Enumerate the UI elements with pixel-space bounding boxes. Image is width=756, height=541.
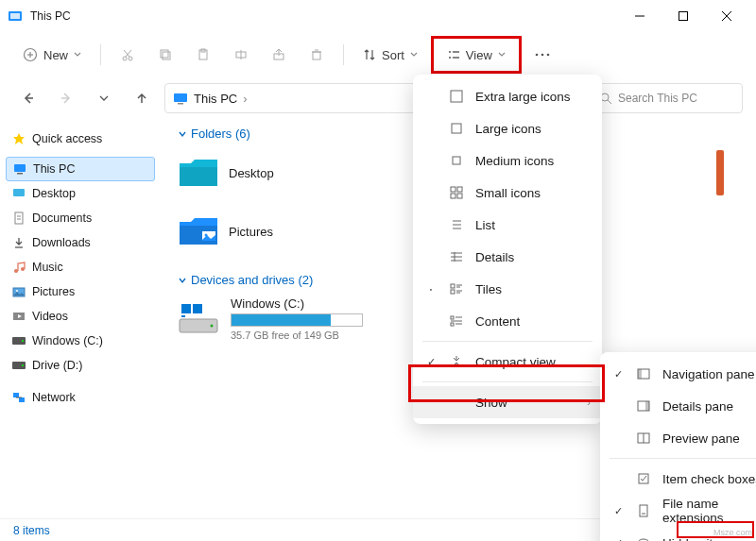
minimize-button[interactable] <box>618 0 662 32</box>
menu-details-pane[interactable]: Details pane <box>600 390 756 422</box>
svg-rect-79 <box>451 290 455 294</box>
svg-point-9 <box>123 57 127 60</box>
menu-compact-view[interactable]: ✓Compact view <box>413 346 602 378</box>
svg-rect-52 <box>13 393 19 397</box>
svg-point-29 <box>547 54 550 57</box>
sidebar-drive-d[interactable]: Drive (D:) <box>6 353 155 378</box>
recent-button[interactable] <box>89 83 119 113</box>
svg-rect-66 <box>457 187 462 192</box>
chevron-right-icon: › <box>587 397 591 408</box>
breadcrumb-root[interactable]: This PC <box>194 92 237 106</box>
compact-icon <box>449 355 464 368</box>
sidebar-downloads[interactable]: Downloads <box>6 230 155 255</box>
desktop-icon <box>11 186 26 201</box>
drive-capacity-bar <box>231 313 363 327</box>
svg-rect-85 <box>451 323 454 326</box>
more-icon <box>535 53 550 57</box>
back-button[interactable] <box>13 83 43 113</box>
extra-large-icon <box>449 90 464 103</box>
plus-circle-icon <box>23 47 38 62</box>
sidebar-network[interactable]: Network <box>6 385 155 410</box>
share-button[interactable] <box>262 39 296 71</box>
new-label: New <box>43 48 68 62</box>
menu-large-icons[interactable]: Large icons <box>413 112 602 144</box>
new-button[interactable]: New <box>13 39 91 71</box>
view-label: View <box>466 48 492 62</box>
svg-rect-20 <box>313 52 320 59</box>
status-text: 8 items <box>13 524 50 537</box>
cut-button[interactable] <box>111 39 145 71</box>
forward-button[interactable] <box>51 83 81 113</box>
svg-rect-33 <box>178 103 183 105</box>
menu-tiles[interactable]: ●Tiles <box>413 273 602 305</box>
paste-icon <box>196 47 211 62</box>
maximize-button[interactable] <box>662 0 705 32</box>
folder-label: Pictures <box>229 225 273 239</box>
menu-item-check-boxes[interactable]: Item check boxes <box>600 463 756 495</box>
svg-rect-64 <box>453 157 460 164</box>
folder-desktop[interactable]: Desktop <box>178 150 386 195</box>
svg-rect-59 <box>181 304 191 313</box>
share-icon <box>271 47 286 62</box>
svg-rect-32 <box>174 93 187 102</box>
search-box[interactable]: Search This PC <box>592 83 743 113</box>
view-icon <box>447 48 460 61</box>
content-icon <box>449 314 464 328</box>
delete-button[interactable] <box>300 39 334 71</box>
svg-rect-3 <box>679 12 688 21</box>
menu-list[interactable]: List <box>413 209 602 241</box>
sidebar-quick-access[interactable]: Quick access <box>6 127 155 151</box>
svg-point-28 <box>541 54 544 57</box>
svg-point-58 <box>211 324 214 327</box>
star-icon <box>11 131 26 146</box>
menu-small-icons[interactable]: Small icons <box>413 177 602 209</box>
rename-button[interactable] <box>224 39 258 71</box>
details-icon <box>449 250 464 263</box>
monitor-icon <box>12 161 27 177</box>
show-submenu: ✓Navigation pane Details pane Preview pa… <box>600 352 756 541</box>
more-button[interactable] <box>525 39 559 71</box>
sidebar-videos[interactable]: Videos <box>6 304 155 329</box>
svg-point-51 <box>22 364 24 366</box>
sidebar-this-pc[interactable]: This PC <box>6 157 155 181</box>
list-icon <box>449 218 464 231</box>
sidebar-pictures[interactable]: Pictures <box>6 279 155 304</box>
menu-content[interactable]: Content <box>413 305 602 337</box>
tiles-icon <box>449 282 464 296</box>
svg-rect-76 <box>451 284 455 288</box>
menu-navigation-pane[interactable]: ✓Navigation pane <box>600 358 756 390</box>
svg-line-35 <box>608 100 611 104</box>
menu-extra-large-icons[interactable]: Extra large icons <box>413 80 602 112</box>
chevron-down-icon <box>74 51 81 59</box>
svg-point-27 <box>536 54 539 57</box>
chevron-down-icon <box>410 51 418 59</box>
svg-rect-67 <box>451 194 455 198</box>
svg-rect-88 <box>638 369 642 379</box>
sort-button[interactable]: Sort <box>353 39 427 71</box>
folder-pictures[interactable]: Pictures <box>178 209 386 254</box>
menu-medium-icons[interactable]: Medium icons <box>413 144 602 177</box>
drive-icon <box>11 333 26 348</box>
drive-windows-c[interactable]: Windows (C:) 35.7 GB free of 149 GB <box>178 296 423 341</box>
svg-rect-68 <box>457 194 462 198</box>
menu-show[interactable]: Show› <box>413 386 602 418</box>
sidebar-documents[interactable]: Documents <box>6 206 155 230</box>
copy-button[interactable] <box>148 39 182 71</box>
sidebar-windows-c[interactable]: Windows (C:) <box>6 329 155 353</box>
menu-preview-pane[interactable]: Preview pane <box>600 422 756 454</box>
svg-rect-36 <box>14 164 26 172</box>
document-icon <box>11 211 26 226</box>
view-menu: Extra large icons Large icons Medium ico… <box>413 75 602 424</box>
menu-file-name-extensions[interactable]: ✓File name extensions <box>600 495 756 527</box>
up-button[interactable] <box>127 83 157 113</box>
svg-rect-63 <box>452 124 461 133</box>
svg-rect-14 <box>163 52 170 59</box>
menu-details[interactable]: Details <box>413 241 602 273</box>
sidebar-desktop[interactable]: Desktop <box>6 181 155 206</box>
sidebar-music[interactable]: Music <box>6 255 155 279</box>
view-button[interactable]: View <box>438 39 515 71</box>
window-title: This PC <box>30 9 618 23</box>
sort-icon <box>363 48 376 61</box>
paste-button[interactable] <box>186 39 220 71</box>
close-button[interactable] <box>705 0 748 32</box>
